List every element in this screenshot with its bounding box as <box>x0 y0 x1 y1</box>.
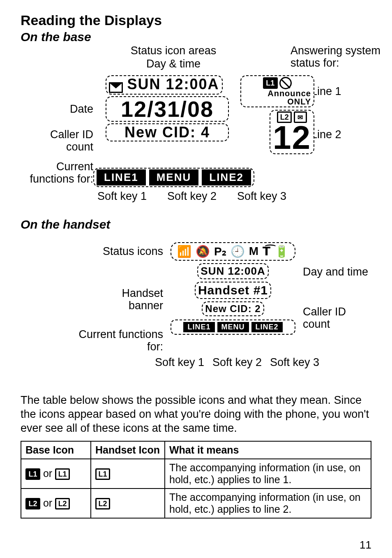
battery-icon: 🔋 <box>274 245 289 258</box>
callout-hs-status-icons: Status icons <box>93 245 163 258</box>
or-text: or <box>43 468 55 479</box>
lcd-announce-only: Announce ONLY <box>244 89 311 106</box>
page-number: 11 <box>360 539 371 551</box>
l1-badge-icon: L1 <box>263 77 278 89</box>
callout-hs-cid: Caller ID count <box>303 306 369 330</box>
hs-banner: Handset #1 <box>195 282 271 299</box>
base-lcd-right: L1 Announce ONLY L2 ✉ 12 <box>240 75 314 157</box>
callout-date: Date <box>44 103 93 116</box>
section-heading-base: On the base <box>21 30 371 44</box>
base-softkey-bar: LINE1 MENU LINE2 <box>93 168 254 187</box>
callout-hs-softkey1: Soft key 1 <box>151 357 208 369</box>
callout-hs-current-functions: Current functions for: <box>60 329 163 353</box>
callout-current-functions: Current functions for: <box>28 161 93 185</box>
callout-hs-softkey3: Soft key 3 <box>266 357 323 369</box>
table-header-row: Base Icon Handset Icon What it means <box>21 441 371 459</box>
callout-hs-day-time: Day and time <box>303 266 369 278</box>
th-meaning: What it means <box>165 441 371 459</box>
cell-base-icon: L2 or L2 <box>21 489 91 518</box>
cell-handset-icon: L2 <box>91 489 165 518</box>
lcd-date: 12/31/08 <box>106 96 229 122</box>
body-text: The table below shows the possible icons… <box>21 394 371 435</box>
l2-outline-icon: L2 <box>55 498 70 509</box>
cell-meaning: The accompanying information (in use, on… <box>165 489 371 518</box>
no-answer-icon <box>279 77 292 89</box>
hs-softkey-menu: MENU <box>217 322 249 332</box>
hs-softkey-line2: LINE2 <box>251 322 283 332</box>
mute-icon: M <box>249 245 258 258</box>
cell-meaning: The accompanying information (in use, on… <box>165 459 371 489</box>
hs-day-time: SUN 12:00A <box>197 263 268 279</box>
cell-base-icon: L1 or L1 <box>21 459 91 489</box>
callout-answering-system: Answering system status for: <box>291 45 389 69</box>
l1-handset-icon: L1 <box>95 468 110 480</box>
l2-filled-icon: L2 <box>25 498 40 509</box>
l1-filled-icon: L1 <box>25 468 40 480</box>
l2-handset-icon: L2 <box>95 498 110 509</box>
callout-softkey2: Soft key 2 <box>163 190 221 203</box>
icon-table: Base Icon Handset Icon What it means L1 … <box>21 441 371 519</box>
hs-cid: New CID: 2 <box>202 301 264 316</box>
lcd-day-time: SUN 12:00A <box>127 76 219 93</box>
callout-caller-id-count: Caller ID count <box>28 129 93 153</box>
signal-icon: 📶 <box>177 245 191 258</box>
or-text: or <box>43 497 55 509</box>
hs-softkey-line1: LINE1 <box>183 322 214 332</box>
callout-softkey1: Soft key 1 <box>93 190 151 203</box>
table-row: L2 or L2 L2 The accompanying information… <box>21 489 371 518</box>
handset-diagram: Status icons Day and time Handset banner… <box>44 234 381 386</box>
base-diagram: Status icon areas Day & time Date Caller… <box>44 46 381 215</box>
th-base-icon: Base Icon <box>21 441 91 459</box>
callout-status-icon-areas: Status icon areas <box>110 45 237 57</box>
handset-lcd: 📶 🔕 P₂ 🕘 M T͡ 🔋 SUN 12:00A Handset #1 Ne… <box>167 242 299 353</box>
hs-softkey-bar: LINE1 MENU LINE2 <box>171 320 295 335</box>
cell-handset-icon: L1 <box>91 459 165 489</box>
base-lcd: SUN 12:00A 12/31/08 New CID: 4 <box>106 75 229 179</box>
th-handset-icon: Handset Icon <box>91 441 165 459</box>
lcd-msg-count: 12 <box>273 123 311 153</box>
privacy-icon: P₂ <box>214 245 226 258</box>
lcd-cid: New CID: 4 <box>106 123 229 141</box>
callout-line1: Line 1 <box>311 86 341 98</box>
softkey-menu: MENU <box>149 169 199 185</box>
ringer-off-icon: 🔕 <box>196 245 210 258</box>
page-title: Reading the Displays <box>21 12 371 28</box>
table-row: L1 or L1 L1 The accompanying information… <box>21 459 371 489</box>
section-heading-handset: On the handset <box>21 218 371 232</box>
callout-hs-softkey2: Soft key 2 <box>208 357 266 369</box>
t-coil-icon: T͡ <box>263 245 270 258</box>
clock-icon: 🕘 <box>231 245 245 258</box>
softkey-line1: LINE1 <box>97 169 146 185</box>
envelope-icon <box>109 82 123 93</box>
callout-hs-banner: Handset banner <box>85 287 163 312</box>
callout-line2: Line 2 <box>311 129 341 141</box>
softkey-line2: LINE2 <box>202 169 251 185</box>
l1-outline-icon: L1 <box>55 468 70 480</box>
hs-status-icon-row: 📶 🔕 P₂ 🕘 M T͡ 🔋 <box>171 242 295 261</box>
callout-day-time: Day & time <box>130 58 217 70</box>
callout-softkey3: Soft key 3 <box>233 190 291 203</box>
